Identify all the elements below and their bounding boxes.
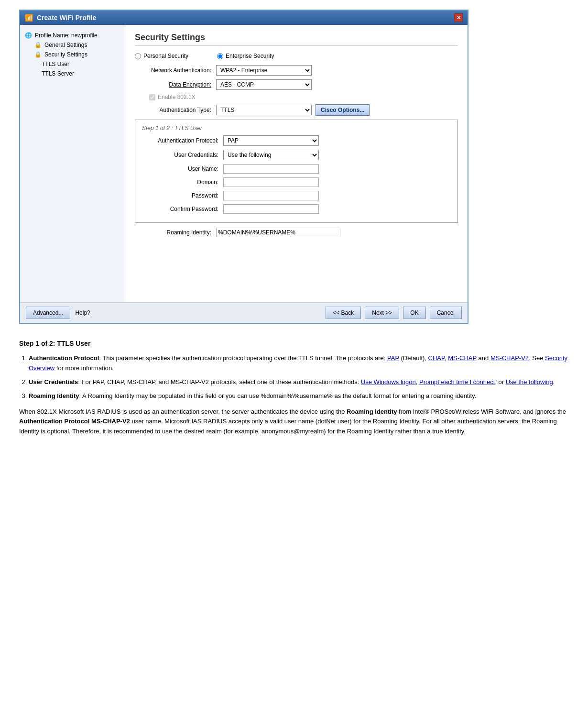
footer-right: << Back Next >> OK Cancel — [326, 307, 462, 319]
general-settings-label: General Settings — [44, 42, 87, 48]
sidebar-item-ttls-server[interactable]: TTLS Server — [25, 69, 120, 78]
content-area: Step 1 of 2: TTLS User Authentication Pr… — [0, 333, 588, 455]
roaming-identity-text: : A Roaming Identity may be populated in… — [79, 392, 476, 399]
enable-8021x-label: Enable 802.1X — [158, 94, 196, 100]
data-enc-row: Data Encryption: AES - CCMP — [135, 79, 458, 90]
back-button[interactable]: << Back — [326, 307, 361, 319]
dialog-title: Create WiFi Profile — [37, 14, 96, 22]
next-button[interactable]: Next >> — [365, 307, 399, 319]
left-panel: 🌐 Profile Name: newprofile 🔒 General Set… — [20, 25, 125, 302]
wifi-small-icon: 🌐 — [25, 32, 32, 39]
confirm-password-label: Confirm Password: — [142, 206, 223, 212]
help-link[interactable]: Help? — [75, 309, 90, 316]
auth-type-select[interactable]: TTLS — [216, 105, 312, 115]
roaming-identity-bold: Roaming Identity — [29, 392, 79, 399]
personal-security-label: Personal Security — [143, 53, 188, 59]
auth-protocol-bold: Authentication Protocol — [29, 354, 99, 362]
dialog-footer: Advanced... Help? << Back Next >> OK Can… — [20, 302, 468, 323]
step-group: Step 1 of 2 : TTLS User Authentication P… — [135, 120, 458, 223]
content-heading: Step 1 of 2: TTLS User — [19, 338, 569, 349]
auth-protocol-select[interactable]: PAP — [223, 135, 319, 146]
sidebar-item-general[interactable]: 🔒 General Settings — [25, 40, 120, 50]
chap-link[interactable]: CHAP — [428, 354, 445, 362]
username-input[interactable] — [223, 164, 319, 174]
wifi-icon: 📶 — [25, 14, 33, 22]
use-windows-logon-link[interactable]: Use Windows logon — [361, 378, 416, 386]
list-item-2: User Credentials: For PAP, CHAP, MS-CHAP… — [29, 377, 569, 387]
profile-name-label: Profile Name: newprofile — [35, 32, 98, 39]
auth-protocol-label: Authentication Protocol: — [142, 137, 223, 144]
user-creds-label: User Credentials: — [142, 152, 223, 158]
enable-8021x-row: Enable 802.1X — [135, 94, 458, 100]
ms-chap-link[interactable]: MS-CHAP — [448, 354, 477, 362]
cisco-options-button[interactable]: Cisco Options... — [316, 104, 370, 116]
enterprise-security-radio-label[interactable]: Enterprise Security — [217, 53, 274, 59]
sidebar-item-profile[interactable]: 🌐 Profile Name: newprofile — [25, 31, 120, 40]
network-auth-label: Network Authentication: — [135, 67, 216, 74]
auth-protocol-row: Authentication Protocol: PAP — [142, 135, 451, 146]
enable-8021x-checkbox — [149, 94, 155, 100]
sidebar-item-ttls-user[interactable]: TTLS User — [25, 59, 120, 69]
step-group-title: Step 1 of 2 : TTLS User — [142, 125, 451, 132]
list-item-1: Authentication Protocol: This parameter … — [29, 353, 569, 374]
network-auth-select[interactable]: WPA2 - Enterprise — [216, 65, 312, 76]
create-wifi-profile-dialog: 📶 Create WiFi Profile ✕ 🌐 Profile Name: … — [19, 10, 468, 324]
network-auth-row: Network Authentication: WPA2 - Enterpris… — [135, 65, 458, 76]
password-label: Password: — [142, 192, 223, 199]
username-row: User Name: — [142, 164, 451, 174]
data-enc-label: Data Encryption: — [135, 81, 216, 88]
content-list: Authentication Protocol: This parameter … — [19, 353, 569, 401]
roaming-identity-bold2: Roaming Identity — [347, 408, 397, 415]
sidebar-item-security[interactable]: 🔒 Security Settings — [25, 50, 120, 59]
user-creds-bold: User Credentials — [29, 378, 78, 386]
auth-protocol-ms-chap-bold: Authentication Protocol MS-CHAP-V2 — [19, 418, 130, 425]
lock-icon-general: 🔒 — [34, 42, 42, 48]
security-settings-label: Security Settings — [44, 51, 87, 58]
roaming-identity-input[interactable] — [216, 228, 340, 237]
ttls-server-label: TTLS Server — [42, 70, 74, 77]
confirm-password-input[interactable] — [223, 204, 319, 214]
user-creds-row: User Credentials: Use the following — [142, 150, 451, 160]
auth-protocol-text: : This parameter specifies the authentic… — [99, 354, 387, 362]
ok-button[interactable]: OK — [403, 307, 425, 319]
domain-row: Domain: — [142, 177, 451, 187]
security-type-row: Personal Security Enterprise Security — [135, 53, 458, 59]
content-paragraph: When 802.1X Microsoft IAS RADIUS is used… — [19, 407, 569, 437]
password-row: Password: — [142, 191, 451, 200]
confirm-password-row: Confirm Password: — [142, 204, 451, 214]
roaming-identity-row: Roaming Identity: — [135, 228, 458, 237]
domain-label: Domain: — [142, 179, 223, 186]
lock-icon-security: 🔒 — [34, 51, 42, 58]
password-input[interactable] — [223, 191, 319, 200]
auth-type-label: Authentication Type: — [135, 107, 216, 113]
roaming-identity-label: Roaming Identity: — [135, 229, 216, 236]
personal-security-radio[interactable] — [135, 53, 141, 59]
username-label: User Name: — [142, 165, 223, 172]
section-title: Security Settings — [135, 33, 458, 46]
enterprise-security-label: Enterprise Security — [226, 53, 274, 59]
user-creds-select[interactable]: Use the following — [223, 150, 319, 160]
use-following-link[interactable]: Use the following — [506, 378, 553, 386]
user-creds-text: : For PAP, CHAP, MS-CHAP, and MS-CHAP-V2… — [78, 378, 361, 386]
prompt-each-time-link[interactable]: Prompt each time I connect — [419, 378, 495, 386]
advanced-button[interactable]: Advanced... — [26, 307, 70, 319]
footer-left: Advanced... Help? — [26, 307, 321, 319]
ms-chap-v2-link[interactable]: MS-CHAP-V2 — [490, 354, 529, 362]
dialog-content: 🌐 Profile Name: newprofile 🔒 General Set… — [20, 25, 468, 302]
ttls-user-label: TTLS User — [42, 61, 69, 67]
list-item-3: Roaming Identity: A Roaming Identity may… — [29, 391, 569, 401]
domain-input[interactable] — [223, 177, 319, 187]
right-panel: Security Settings Personal Security Ente… — [125, 25, 468, 302]
dialog-titlebar: 📶 Create WiFi Profile ✕ — [20, 11, 468, 25]
data-enc-select[interactable]: AES - CCMP — [216, 79, 312, 90]
enterprise-security-radio[interactable] — [217, 53, 223, 59]
close-button[interactable]: ✕ — [454, 13, 463, 22]
personal-security-radio-label[interactable]: Personal Security — [135, 53, 188, 59]
auth-type-row: Authentication Type: TTLS Cisco Options.… — [135, 104, 458, 116]
pap-link[interactable]: PAP — [387, 354, 399, 362]
cancel-button[interactable]: Cancel — [430, 307, 462, 319]
